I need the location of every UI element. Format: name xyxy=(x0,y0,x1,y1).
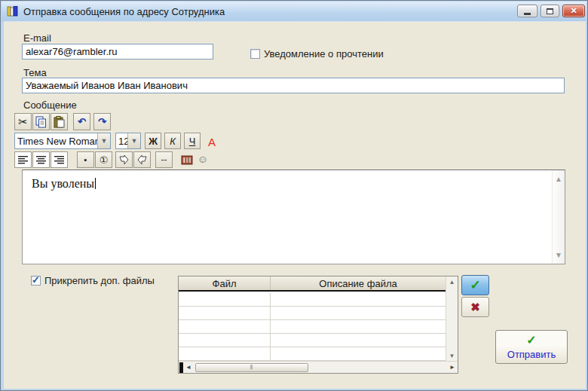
align-right-icon xyxy=(54,155,65,164)
indent-left-arrow-icon xyxy=(136,154,148,165)
copy-button[interactable] xyxy=(32,113,50,130)
scissors-icon: ✂ xyxy=(18,115,28,129)
window-title: Отправка сообщения по адресу Сотрудника xyxy=(23,6,225,17)
app-books-icon xyxy=(7,5,19,17)
read-receipt-label: Уведомление о прочтении xyxy=(264,48,384,60)
scroll-up-icon: ▲ xyxy=(449,279,455,286)
outdent-button[interactable] xyxy=(133,151,151,168)
align-center-icon xyxy=(36,155,47,164)
align-left-button[interactable] xyxy=(14,151,32,168)
table-row[interactable] xyxy=(179,307,446,320)
subject-label: Тема xyxy=(23,67,47,78)
column-header-file[interactable]: Файл xyxy=(179,276,271,290)
scroll-up-icon: ▲ xyxy=(555,175,562,183)
maximize-icon xyxy=(547,8,553,14)
indent-right-arrow-icon xyxy=(118,154,130,165)
image-icon xyxy=(181,155,193,165)
bullet-list-button[interactable]: ▪ xyxy=(77,151,94,168)
font-color-button[interactable]: A xyxy=(206,135,218,148)
table-row[interactable] xyxy=(179,293,446,307)
font-family-value: Times New Roman xyxy=(15,136,97,147)
attachments-table-header: Файл Описание файла xyxy=(179,276,446,292)
add-attachment-button[interactable]: ✓ xyxy=(461,275,489,295)
undo-icon: ↶ xyxy=(78,116,86,127)
scroll-down-icon: ▼ xyxy=(449,353,455,359)
paste-icon xyxy=(54,116,65,128)
underline-label: Ч xyxy=(189,136,196,147)
attach-files-checkbox[interactable]: ✓ xyxy=(31,276,41,286)
attach-files-label: Прикрепить доп. файлы xyxy=(44,275,155,286)
subject-input[interactable] xyxy=(22,78,565,93)
cut-button[interactable]: ✂ xyxy=(14,113,32,130)
read-receipt-checkbox[interactable] xyxy=(250,49,260,59)
check-icon: ✓ xyxy=(496,333,567,347)
font-color-label: A xyxy=(208,136,216,148)
undo-button[interactable]: ↶ xyxy=(73,113,90,130)
table-horizontal-scrollbar[interactable]: ◄ ⦀ ► xyxy=(179,361,458,373)
email-label: E-mail xyxy=(23,32,51,44)
redo-icon: ↷ xyxy=(98,116,106,127)
paste-button[interactable] xyxy=(51,113,68,130)
titlebar: Отправка сообщения по адресу Сотрудника xyxy=(2,2,586,21)
message-text: Вы уволены xyxy=(32,177,96,191)
italic-button[interactable]: К xyxy=(164,133,181,149)
minimize-button[interactable] xyxy=(517,5,537,17)
table-vertical-scrollbar[interactable]: ▲ ▼ xyxy=(446,276,458,362)
chevron-down-icon: ▼ xyxy=(97,133,110,148)
chevron-down-icon: ▼ xyxy=(127,133,140,148)
font-family-select[interactable]: Times New Roman ▼ xyxy=(14,133,111,149)
font-size-select[interactable]: 12 ▼ xyxy=(115,133,141,149)
table-row[interactable] xyxy=(179,347,446,361)
bold-button[interactable]: Ж xyxy=(145,133,161,149)
scroll-down-icon: ▼ xyxy=(555,251,562,259)
bold-label: Ж xyxy=(149,136,158,147)
redo-button[interactable]: ↷ xyxy=(93,113,111,130)
table-row[interactable] xyxy=(179,320,446,334)
scroll-right-icon[interactable]: ► xyxy=(447,364,458,371)
dash-label: -- xyxy=(161,154,167,165)
column-header-description[interactable]: Описание файла xyxy=(271,276,446,290)
message-scrollbar[interactable]: ▲ ▼ xyxy=(552,170,565,264)
numbered-list-icon: ① xyxy=(100,154,109,166)
message-body-editor[interactable]: Вы уволены ▲ ▼ xyxy=(22,170,565,264)
send-message-window: Отправка сообщения по адресу Сотрудника … xyxy=(0,0,588,391)
text-caret xyxy=(95,178,96,189)
bullet-icon: ▪ xyxy=(84,155,87,164)
table-row[interactable] xyxy=(179,334,446,347)
send-button[interactable]: ✓ Отправить xyxy=(495,330,568,364)
horizontal-line-button[interactable]: -- xyxy=(155,151,173,168)
insert-smiley-button[interactable]: ☺ xyxy=(197,152,209,166)
remove-attachment-button[interactable]: ✖ xyxy=(461,297,489,317)
maximize-button[interactable] xyxy=(541,5,559,17)
message-label: Сообщение xyxy=(23,99,77,111)
align-center-button[interactable] xyxy=(32,151,50,168)
align-right-button[interactable] xyxy=(51,151,68,168)
underline-button[interactable]: Ч xyxy=(184,133,201,149)
email-input[interactable] xyxy=(22,44,213,60)
indent-button[interactable] xyxy=(115,151,133,168)
copy-icon xyxy=(35,116,47,128)
font-size-value: 12 xyxy=(116,136,127,147)
smiley-icon: ☺ xyxy=(198,153,208,165)
send-button-label: Отправить xyxy=(496,349,567,360)
align-left-icon xyxy=(18,155,29,164)
x-icon: ✖ xyxy=(470,301,480,314)
italic-label: К xyxy=(170,136,176,147)
numbered-list-button[interactable]: ① xyxy=(95,151,112,168)
check-icon: ✓ xyxy=(32,274,40,286)
attachments-table-body xyxy=(179,293,446,361)
close-button[interactable]: ✕ xyxy=(562,5,585,17)
close-icon: ✕ xyxy=(570,7,577,15)
check-icon: ✓ xyxy=(470,277,480,293)
minimize-icon xyxy=(524,13,531,15)
scroll-thumb[interactable]: ⦀ xyxy=(195,363,308,372)
scroll-left-icon[interactable]: ◄ xyxy=(183,364,194,371)
insert-image-button[interactable] xyxy=(180,153,194,166)
attachments-table: Файл Описание файла ▲ ▼ ◄ ⦀ ► xyxy=(178,276,458,374)
